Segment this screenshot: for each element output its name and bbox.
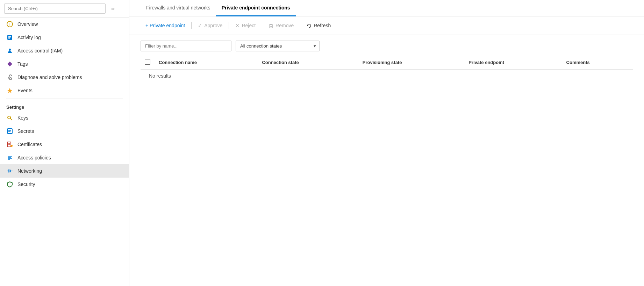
networking-icon	[6, 167, 13, 174]
tab-firewalls[interactable]: Firewalls and virtual networks	[141, 0, 216, 16]
svg-rect-12	[7, 129, 12, 134]
reject-icon: ✕	[235, 23, 239, 28]
table-container: Connection name Connection state Provisi…	[129, 56, 644, 286]
sidebar-item-security-label: Security	[17, 181, 35, 187]
select-all-checkbox[interactable]	[145, 59, 150, 65]
sidebar-item-overview-label: Overview	[17, 21, 38, 27]
certificates-icon	[6, 141, 13, 148]
security-icon	[6, 181, 13, 188]
tags-icon	[6, 60, 13, 67]
refresh-button[interactable]: Refresh	[302, 21, 336, 30]
approve-button[interactable]: ✓ Approve	[193, 21, 227, 30]
svg-point-8	[9, 78, 12, 80]
connections-table: Connection name Connection state Provisi…	[141, 56, 633, 82]
filter-bar: All connection states Approved Pending R…	[129, 35, 644, 56]
col-header-provisioning-state: Provisioning state	[358, 56, 464, 70]
sidebar-item-activity-log[interactable]: Activity log	[0, 31, 129, 44]
toolbar-sep-3	[262, 22, 262, 29]
svg-rect-5	[8, 38, 10, 39]
sidebar-item-keys[interactable]: Keys	[0, 111, 129, 124]
filter-by-name-input[interactable]	[141, 41, 231, 51]
sidebar-item-diagnose-label: Diagnose and solve problems	[17, 74, 82, 80]
svg-marker-9	[7, 88, 13, 93]
approve-label: Approve	[204, 23, 222, 28]
tab-private-endpoints[interactable]: Private endpoint connections	[216, 0, 296, 16]
sidebar-item-tags[interactable]: Tags	[0, 57, 129, 71]
connection-state-select-wrapper: All connection states Approved Pending R…	[236, 41, 320, 51]
svg-marker-7	[7, 62, 12, 66]
sidebar-item-access-policies-label: Access policies	[17, 155, 51, 160]
svg-line-26	[8, 170, 9, 171]
settings-header: Settings	[0, 100, 129, 111]
tab-bar: Firewalls and virtual networks Private e…	[129, 0, 644, 16]
sidebar-item-security[interactable]: Security	[0, 178, 129, 191]
toolbar-sep-2	[229, 22, 229, 29]
sidebar-item-events[interactable]: Events	[0, 84, 129, 97]
svg-point-16	[10, 145, 13, 147]
sidebar-item-activity-label: Activity log	[17, 35, 41, 40]
settings-divider	[6, 99, 123, 99]
sidebar-item-certificates[interactable]: Certificates	[0, 138, 129, 151]
toolbar: + Private endpoint ✓ Approve ✕ Reject Re…	[129, 16, 644, 35]
svg-text:i: i	[9, 22, 10, 26]
sidebar-item-keys-label: Keys	[17, 115, 28, 121]
sidebar-item-tags-label: Tags	[17, 61, 28, 67]
reject-label: Reject	[242, 23, 256, 28]
svg-rect-4	[8, 37, 10, 38]
sidebar-item-secrets[interactable]: Secrets	[0, 124, 129, 138]
remove-button[interactable]: Remove	[264, 21, 299, 30]
remove-label: Remove	[276, 23, 294, 28]
toolbar-sep-1	[191, 22, 192, 29]
no-results-row: No results	[141, 70, 633, 83]
sidebar-item-certificates-label: Certificates	[17, 142, 42, 147]
svg-line-11	[10, 118, 12, 120]
toolbar-sep-4	[300, 22, 300, 29]
sidebar-item-overview[interactable]: i Overview	[0, 17, 129, 31]
reject-button[interactable]: ✕ Reject	[230, 21, 260, 30]
connection-state-select[interactable]: All connection states Approved Pending R…	[236, 41, 320, 51]
sidebar-item-access-policies[interactable]: Access policies	[0, 151, 129, 164]
refresh-icon	[307, 23, 312, 28]
remove-icon	[269, 23, 273, 28]
sidebar-item-networking[interactable]: Networking	[0, 164, 129, 178]
col-header-comments: Comments	[562, 56, 633, 70]
no-results-text: No results	[145, 67, 175, 84]
sidebar-item-iam-label: Access control (IAM)	[17, 48, 63, 53]
secrets-icon	[6, 128, 13, 135]
approve-icon: ✓	[198, 23, 202, 28]
search-input[interactable]	[4, 3, 106, 14]
collapse-button[interactable]: ‹‹	[108, 4, 118, 13]
sidebar-item-networking-label: Networking	[17, 168, 42, 174]
svg-point-6	[9, 49, 11, 51]
main-content: Firewalls and virtual networks Private e…	[129, 0, 644, 286]
sidebar-item-secrets-label: Secrets	[17, 128, 34, 134]
svg-rect-28	[269, 25, 273, 28]
svg-rect-3	[8, 36, 11, 37]
add-private-endpoint-button[interactable]: + Private endpoint	[141, 21, 190, 30]
add-private-endpoint-label: + Private endpoint	[145, 23, 185, 28]
col-header-private-endpoint: Private endpoint	[464, 56, 562, 70]
iam-icon	[6, 47, 13, 54]
events-icon	[6, 87, 13, 94]
sidebar-item-events-label: Events	[17, 88, 33, 93]
refresh-label: Refresh	[314, 23, 331, 28]
overview-icon: i	[6, 21, 13, 28]
activity-log-icon	[6, 34, 13, 41]
sidebar: ‹‹ i Overview Activity log Access contro…	[0, 0, 129, 286]
diagnose-icon	[6, 74, 13, 81]
sidebar-item-iam[interactable]: Access control (IAM)	[0, 44, 129, 57]
col-header-connection-state: Connection state	[258, 56, 358, 70]
access-policies-icon	[6, 154, 13, 161]
search-bar: ‹‹	[0, 0, 129, 17]
sidebar-item-diagnose[interactable]: Diagnose and solve problems	[0, 71, 129, 84]
svg-line-27	[8, 172, 9, 173]
keys-icon	[6, 114, 13, 121]
